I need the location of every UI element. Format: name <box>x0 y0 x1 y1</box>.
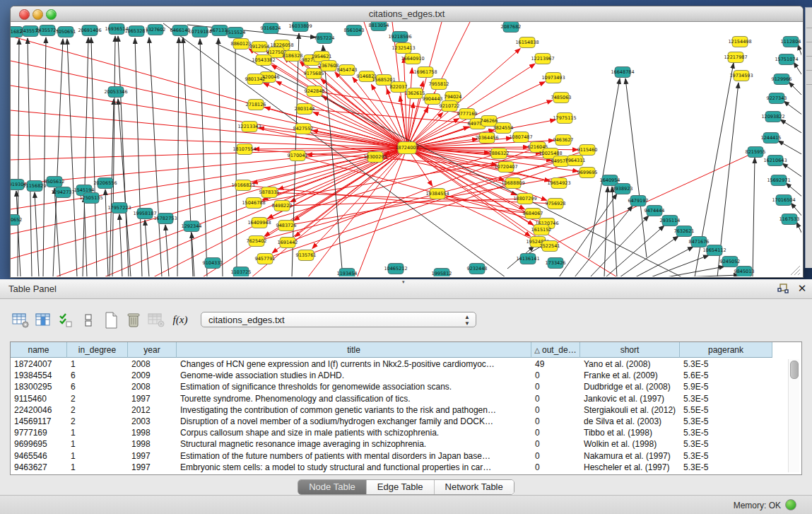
graph-edge[interactable] <box>778 141 801 155</box>
graph-node-label: 9210722 <box>440 103 460 109</box>
graph-edge[interactable] <box>265 107 407 148</box>
graph-edge[interactable] <box>590 216 649 276</box>
graph-edge[interactable] <box>780 119 801 134</box>
tab-edge-table[interactable]: Edge Table <box>367 480 435 494</box>
graph-edge[interactable] <box>54 188 60 276</box>
table-cell: Genome-wide association studies in ADHD. <box>177 370 531 381</box>
function-builder-icon[interactable]: f(x) <box>168 309 192 330</box>
graph-edge[interactable] <box>135 38 142 276</box>
import-table-disabled-icon[interactable] <box>146 309 167 330</box>
select-columns-icon[interactable] <box>55 309 76 330</box>
table-row[interactable]: 2242004622012Investigating the contribut… <box>11 404 772 416</box>
table-selector-dropdown[interactable]: citations_edges.txt▲▼ <box>201 312 476 327</box>
graph-edge[interactable] <box>118 99 131 276</box>
column-header-name[interactable]: name <box>11 342 67 358</box>
graph-edge[interactable] <box>796 222 801 235</box>
graph-node-label: 8860123 <box>231 41 252 47</box>
table-panel-titlebar[interactable]: ▾ Table Panel ✕ <box>0 279 812 299</box>
graph-edge[interactable] <box>794 62 801 76</box>
memory-status-indicator[interactable] <box>785 499 796 510</box>
float-panel-icon[interactable] <box>777 283 790 296</box>
graph-edge[interactable] <box>28 38 32 276</box>
graph-node-label: 16210643 <box>763 158 787 163</box>
graph-edge[interactable] <box>11 148 407 259</box>
table-cell: 22420046 <box>11 404 67 416</box>
network-window[interactable]: citations_edges.txt 19168242435572243557… <box>10 6 804 278</box>
graph-edge[interactable] <box>682 275 739 276</box>
panel-divider-grip[interactable]: ▾ <box>402 280 408 284</box>
table-cell: 0 <box>531 393 580 404</box>
column-header-label: title <box>347 345 360 355</box>
column-header-in_degree[interactable]: in_degree <box>67 342 128 358</box>
graph-edge[interactable] <box>11 148 407 209</box>
graph-edge[interactable] <box>43 37 46 276</box>
canvas-resize-grip[interactable] <box>791 266 800 275</box>
graph-edge[interactable] <box>200 39 207 276</box>
graph-edge[interactable] <box>183 37 193 276</box>
memory-status-label: Memory: OK <box>734 501 781 510</box>
table-row[interactable]: 1872400712008Changes of HCN gene express… <box>11 358 772 370</box>
table-row[interactable]: 977716911998Corpus callosum shape and si… <box>11 427 772 438</box>
graph-node-label: 1112804 <box>781 39 801 45</box>
table-row[interactable]: 946362711997Embryonic stem cells: a mode… <box>11 462 772 473</box>
table-row[interactable]: 1938455462009Genome-wide association stu… <box>11 370 772 381</box>
graph-edge[interactable] <box>84 197 87 276</box>
table-row[interactable]: 969969511998Structural magnetic resonanc… <box>11 438 772 450</box>
close-panel-icon[interactable]: ✕ <box>796 283 808 296</box>
table-cell: 18724007 <box>11 358 67 370</box>
column-header-title[interactable]: title <box>177 342 531 358</box>
graph-edge[interactable] <box>112 36 115 276</box>
show-columns-icon[interactable] <box>33 309 54 330</box>
graph-edge[interactable] <box>11 148 407 185</box>
graph-edge[interactable] <box>235 40 237 276</box>
graph-edge[interactable] <box>145 220 149 276</box>
graph-node-label: 15751074 <box>775 57 798 62</box>
table-cell: 2003 <box>128 416 177 427</box>
graph-node-label: 2620652 <box>11 217 22 223</box>
graph-node-label: 16648784 <box>611 69 634 75</box>
network-window-titlebar[interactable]: citations_edges.txt <box>11 6 803 22</box>
table-vertical-scrollbar[interactable] <box>788 359 799 472</box>
graph-node-label: 2935114 <box>660 218 681 223</box>
table-row[interactable]: 1456911722003Disruption of a novel membe… <box>11 416 772 427</box>
right-panel-edge <box>805 7 812 268</box>
graph-edge[interactable] <box>149 37 162 276</box>
column-header-short[interactable]: short <box>580 342 680 358</box>
column-header-year[interactable]: year <box>128 342 177 358</box>
graph-node-label: 10719184 <box>188 29 211 35</box>
column-header-pagerank[interactable]: pagerank <box>680 342 772 358</box>
graph-edge[interactable] <box>789 82 801 96</box>
tab-network-table[interactable]: Network Table <box>435 480 514 494</box>
graph-edge[interactable] <box>218 38 223 276</box>
column-header-out_de[interactable]: △out_de… <box>531 342 580 358</box>
graph-edge[interactable] <box>625 78 647 257</box>
graph-node-label: 9845013 <box>734 269 755 274</box>
table-panel-title: Table Panel <box>8 284 57 294</box>
table-row[interactable]: 911546021997Tourette syndrome. Phenomeno… <box>11 393 772 404</box>
graph-node-label: 1327602 <box>146 27 166 33</box>
graph-edge[interactable] <box>11 148 407 160</box>
scrollbar-thumb[interactable] <box>790 361 799 379</box>
graph-edge[interactable] <box>407 68 412 148</box>
graph-node-label: 8505612 <box>45 179 65 185</box>
graph-edge[interactable] <box>798 45 801 59</box>
graph-edge[interactable] <box>105 189 108 276</box>
graph-node-label: 9699695 <box>577 170 598 175</box>
graph-edge[interactable] <box>575 206 632 276</box>
graph-node-label: 8813054 <box>369 23 389 28</box>
graph-edge[interactable] <box>177 37 179 276</box>
table-settings-icon[interactable] <box>10 309 31 330</box>
graph-node-label: 9316824 <box>261 25 281 31</box>
graph-edge[interactable] <box>753 158 755 276</box>
new-document-icon[interactable] <box>100 309 122 330</box>
delete-table-icon[interactable] <box>123 309 144 330</box>
graph-edge[interactable] <box>604 187 608 276</box>
graph-node-label: 12325413 <box>392 45 415 51</box>
table-row[interactable]: 1830029562008Estimation of significance … <box>11 381 772 392</box>
row-height-icon[interactable] <box>78 309 99 330</box>
graph-edge[interactable] <box>119 214 122 276</box>
tab-node-table[interactable]: Node Table <box>298 480 367 494</box>
table-row[interactable]: 946554611997Estimation of the future num… <box>11 450 772 462</box>
network-canvas[interactable]: 1916824243557224355724305065120691406169… <box>11 22 801 276</box>
graph-edge[interactable] <box>784 101 801 115</box>
